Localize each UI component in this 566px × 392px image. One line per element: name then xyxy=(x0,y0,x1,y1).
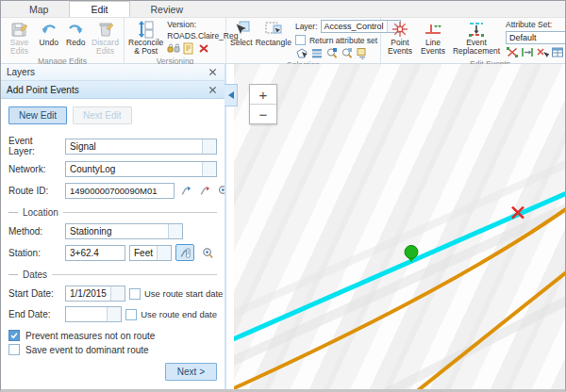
rectangle-button[interactable]: Rectangle xyxy=(255,19,292,49)
network-caret-icon[interactable] xyxy=(202,162,216,176)
group-edit-events: Point Events Line Events Event Replaceme… xyxy=(381,18,566,63)
delete-version-icon[interactable] xyxy=(197,42,210,55)
method-combo[interactable]: Stationing xyxy=(65,223,183,239)
location-separator: Location xyxy=(8,207,217,218)
map-zoom-control: + − xyxy=(249,84,277,124)
next-edit-button[interactable]: Next Edit xyxy=(73,106,132,124)
route-id-combo[interactable]: 14900000700090M01 xyxy=(65,183,175,199)
attribute-set-label: Attribute Set: xyxy=(506,20,566,29)
undo-icon xyxy=(40,20,58,39)
undo-button[interactable]: Undo xyxy=(36,19,62,49)
layers-close-icon[interactable] xyxy=(206,66,219,79)
save-edits-button[interactable]: Save Edits xyxy=(4,19,35,57)
event-replacement-icon xyxy=(467,20,486,39)
method-label: Method: xyxy=(8,226,61,237)
selection-options-icon[interactable] xyxy=(356,47,369,59)
merge-events-icon[interactable] xyxy=(521,46,534,58)
retire-event-icon[interactable] xyxy=(536,46,549,58)
start-date-label: Start Date: xyxy=(8,288,61,299)
end-date-combo[interactable] xyxy=(65,306,122,322)
event-layer-caret-icon[interactable] xyxy=(202,139,216,154)
split-event-icon[interactable] xyxy=(506,46,519,58)
save-dominant-route-checkbox[interactable] xyxy=(8,344,20,355)
add-point-events-title: Add Point Events xyxy=(7,85,206,95)
point-events-icon xyxy=(391,20,409,39)
change-version-icon[interactable] xyxy=(167,42,180,55)
group-versioning: Reconcile & Post Version: ROADS.Claire_R… xyxy=(125,18,226,63)
app-window: Map Edit Review Save Edits xyxy=(0,0,566,392)
tab-review[interactable]: Review xyxy=(130,1,204,17)
map-view[interactable]: + − xyxy=(234,64,565,389)
start-date-caret-icon[interactable] xyxy=(110,286,125,301)
rectangle-select-icon xyxy=(264,20,283,39)
pick-location-tool-button[interactable] xyxy=(175,244,194,261)
route-id-caret-icon[interactable] xyxy=(160,184,174,198)
prevent-measures-checkbox[interactable] xyxy=(8,330,20,341)
start-date-combo[interactable]: 1/1/2015 xyxy=(65,286,125,302)
save-edits-icon xyxy=(9,20,28,39)
selection-list-icon[interactable] xyxy=(310,47,324,59)
unit-caret-icon[interactable] xyxy=(157,246,171,260)
add-point-events-body: New Edit Next Edit Event Layer: Signal N… xyxy=(1,99,225,389)
use-route-end-date-checkbox[interactable] xyxy=(125,309,137,320)
discard-edits-button[interactable]: Discard Edits xyxy=(90,19,121,57)
new-edit-button[interactable]: New Edit xyxy=(8,106,67,124)
select-route-on-map-icon[interactable] xyxy=(197,182,212,199)
dates-separator: Dates xyxy=(8,270,217,280)
version-value: ROADS.Claire_Reg xyxy=(167,31,225,41)
line-events-button[interactable]: Line Events xyxy=(417,19,449,57)
zoom-out-button[interactable]: − xyxy=(250,105,276,123)
add-point-events-header: Add Point Events xyxy=(1,81,225,99)
layers-pane-title: Layers xyxy=(7,67,206,77)
select-route-icon[interactable] xyxy=(178,182,193,199)
group-selection: Select Rectangle Layer: xyxy=(226,18,381,63)
layers-pane-header: Layers xyxy=(1,64,225,81)
event-replacement-button[interactable]: Event Replacement xyxy=(450,19,503,57)
tab-edit[interactable]: Edit xyxy=(69,1,129,17)
zoom-to-station-icon[interactable] xyxy=(198,244,217,261)
collapse-left-icon xyxy=(228,91,234,99)
left-panel: Layers Add Point Events New Edit Next Ed… xyxy=(1,64,225,389)
return-attribute-set-checkbox[interactable] xyxy=(295,35,306,45)
event-layer-label: Event Layer: xyxy=(8,136,61,156)
attribute-set-combo[interactable]: Default xyxy=(506,31,566,44)
ribbon: Map Edit Review Save Edits xyxy=(1,1,565,64)
version-label: Version: xyxy=(167,20,225,29)
add-point-events-close-icon[interactable] xyxy=(206,83,219,96)
event-layer-combo[interactable]: Signal xyxy=(65,139,217,155)
discard-edits-icon xyxy=(96,20,115,39)
reconcile-post-button[interactable]: Reconcile & Post xyxy=(127,19,164,57)
use-route-end-date-label: Use route end date xyxy=(141,309,217,319)
select-button[interactable]: Select xyxy=(229,19,254,49)
station-input[interactable]: 3+62.4 xyxy=(65,245,125,261)
pan-to-selection-icon[interactable] xyxy=(341,47,354,59)
end-date-caret-icon[interactable] xyxy=(107,307,121,321)
network-label: Network: xyxy=(8,164,61,174)
prevent-measures-label: Prevent measures not on route xyxy=(25,331,155,341)
zoom-to-route-icon[interactable] xyxy=(216,182,225,199)
return-attribute-set-label: Return attribute set xyxy=(309,36,377,45)
use-route-start-date-checkbox[interactable] xyxy=(129,288,141,300)
reconcile-post-icon xyxy=(137,20,156,39)
zoom-to-selection-icon[interactable] xyxy=(325,47,339,59)
new-version-icon[interactable] xyxy=(182,42,195,55)
zoom-in-button[interactable]: + xyxy=(250,85,276,105)
save-dominant-route-label: Save event to dominant route xyxy=(25,345,149,355)
tab-map[interactable]: Map xyxy=(8,1,69,17)
point-events-button[interactable]: Point Events xyxy=(384,19,416,57)
group-manage-edits: Save Edits Undo Redo xyxy=(1,18,125,63)
select-polygon-icon[interactable] xyxy=(295,47,308,59)
ribbon-tabstrip: Map Edit Review xyxy=(1,1,565,18)
line-events-icon xyxy=(424,20,442,39)
events-table-icon[interactable] xyxy=(551,46,564,58)
route-id-label: Route ID: xyxy=(8,186,61,196)
station-label: Station: xyxy=(8,248,61,258)
method-caret-icon[interactable] xyxy=(168,224,182,238)
use-route-start-date-label: Use route start date xyxy=(144,288,223,299)
redo-button[interactable]: Redo xyxy=(63,19,90,49)
unit-combo[interactable]: Feet xyxy=(129,245,172,261)
next-button[interactable]: Next > xyxy=(165,363,217,381)
panel-collapse-tab[interactable] xyxy=(225,84,238,106)
network-combo[interactable]: CountyLog xyxy=(65,161,217,177)
select-icon xyxy=(232,20,251,39)
